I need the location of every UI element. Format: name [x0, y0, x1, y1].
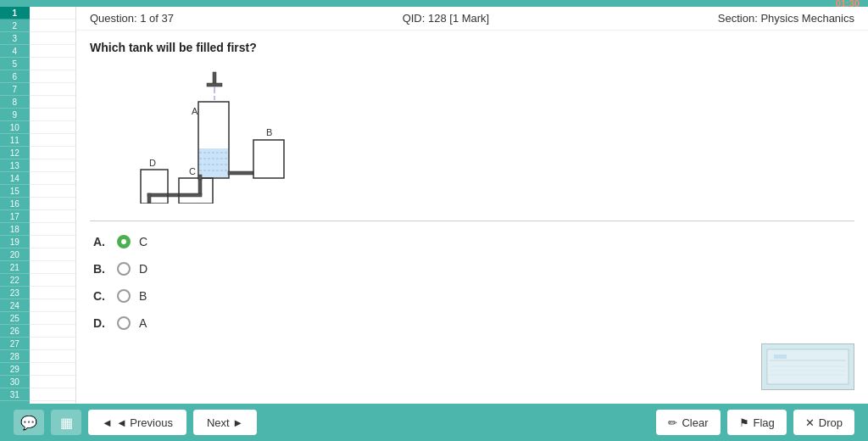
option-text: D [139, 262, 147, 276]
sidebar-row[interactable]: 7 [0, 83, 75, 96]
sidebar-row[interactable]: 8 [0, 96, 75, 109]
sidebar-box [30, 83, 75, 96]
eraser-icon: ✏ [668, 416, 677, 429]
sidebar-row[interactable]: 18 [0, 223, 75, 236]
sidebar-row[interactable]: 25 [0, 312, 75, 325]
sidebar-num[interactable]: 12 [0, 147, 30, 159]
sidebar-row[interactable]: 30 [0, 376, 75, 388]
sidebar-num[interactable]: 18 [0, 223, 30, 236]
svg-rect-19 [179, 178, 213, 204]
option-item[interactable]: A.C [90, 228, 854, 255]
svg-rect-16 [147, 193, 151, 204]
svg-text:A: A [192, 106, 198, 116]
sidebar-num[interactable]: 22 [0, 274, 30, 287]
sidebar-num[interactable]: 24 [0, 299, 30, 312]
sidebar-num[interactable]: 2 [0, 20, 30, 32]
option-text: B [139, 289, 147, 303]
option-item[interactable]: C.B [90, 282, 854, 310]
sidebar-num[interactable]: 9 [0, 109, 30, 121]
sidebar-row[interactable]: 16 [0, 198, 75, 210]
sidebar-box [30, 261, 75, 274]
sidebar-num[interactable]: 20 [0, 248, 30, 261]
option-item[interactable]: D.A [90, 310, 854, 337]
sidebar-num[interactable]: 14 [0, 172, 30, 185]
sidebar-row[interactable]: 17 [0, 210, 75, 223]
sidebar-row[interactable]: 9 [0, 109, 75, 121]
sidebar-num[interactable]: 29 [0, 363, 30, 376]
sidebar-box [30, 236, 75, 248]
sidebar-num[interactable]: 10 [0, 121, 30, 134]
sidebar-num[interactable]: 17 [0, 210, 30, 223]
sidebar-num[interactable]: 19 [0, 236, 30, 248]
sidebar-row[interactable]: 11 [0, 134, 75, 147]
sidebar-num[interactable]: 11 [0, 134, 30, 147]
sidebar-row[interactable]: 14 [0, 172, 75, 185]
sidebar-num[interactable]: 21 [0, 261, 30, 274]
sidebar-box [30, 109, 75, 121]
sidebar-row[interactable]: 19 [0, 236, 75, 248]
flag-button[interactable]: ⚑ Flag [727, 410, 787, 435]
svg-rect-15 [147, 193, 202, 197]
sidebar-num[interactable]: 23 [0, 287, 30, 299]
sidebar-box [30, 185, 75, 198]
sidebar-box [30, 96, 75, 109]
sidebar-num[interactable]: 13 [0, 159, 30, 172]
clear-button[interactable]: ✏ Clear [656, 410, 720, 435]
sidebar-box [30, 159, 75, 172]
option-radio[interactable] [117, 262, 131, 276]
sidebar-num[interactable]: 5 [0, 58, 30, 70]
option-label: C. [93, 289, 110, 303]
sidebar-num[interactable]: 26 [0, 325, 30, 338]
svg-text:D: D [149, 158, 156, 168]
previous-button[interactable]: ◄ ◄ Previous [88, 410, 186, 435]
sidebar-box [30, 172, 75, 185]
sidebar-num[interactable]: 27 [0, 338, 30, 350]
sidebar-num[interactable]: 16 [0, 198, 30, 210]
sidebar-num[interactable]: 4 [0, 45, 30, 58]
option-radio[interactable] [117, 316, 131, 330]
sidebar-row[interactable]: 23 [0, 287, 75, 299]
sidebar-row[interactable]: 24 [0, 299, 75, 312]
sidebar-box [30, 121, 75, 134]
sidebar-row[interactable]: 15 [0, 185, 75, 198]
sidebar-num[interactable]: 25 [0, 312, 30, 325]
sidebar-num[interactable]: 15 [0, 185, 30, 198]
sidebar-num[interactable]: 1 [0, 7, 30, 20]
sidebar-row[interactable]: 31 [0, 388, 75, 401]
sidebar-box [30, 198, 75, 210]
sidebar-row[interactable]: 10 [0, 121, 75, 134]
sidebar-row[interactable]: 5 [0, 58, 75, 70]
option-radio[interactable] [117, 235, 131, 248]
sidebar-num[interactable]: 7 [0, 83, 30, 96]
drop-button[interactable]: ✕ Drop [793, 410, 854, 435]
sidebar-row[interactable]: 3 [0, 32, 75, 45]
sidebar-row[interactable]: 2 [0, 20, 75, 32]
sidebar-row[interactable]: 13 [0, 159, 75, 172]
sidebar-row[interactable]: 21 [0, 261, 75, 274]
sidebar-num[interactable]: 8 [0, 96, 30, 109]
sidebar-row[interactable]: 4 [0, 45, 75, 58]
option-item[interactable]: B.D [90, 255, 854, 282]
sidebar-row[interactable]: 6 [0, 70, 75, 83]
next-button[interactable]: Next ► [193, 410, 257, 435]
sidebar-row[interactable]: 28 [0, 350, 75, 363]
sidebar-row[interactable]: 29 [0, 363, 75, 376]
grid-button[interactable]: ▦ [51, 410, 81, 435]
option-radio[interactable] [117, 289, 131, 303]
sidebar-num[interactable]: 6 [0, 70, 30, 83]
sidebar-row[interactable]: 27 [0, 338, 75, 350]
sidebar-row[interactable]: 26 [0, 325, 75, 338]
chat-button[interactable]: 💬 [14, 410, 44, 435]
sidebar-row[interactable]: 12 [0, 147, 75, 159]
bottom-toolbar: 💬 ▦ ◄ ◄ Previous Next ► ✏ Clear ⚑ Flag ✕… [0, 404, 868, 441]
sidebar-num[interactable]: 3 [0, 32, 30, 45]
sidebar-num[interactable]: 31 [0, 388, 30, 401]
sidebar-row[interactable]: 20 [0, 248, 75, 261]
svg-rect-1 [207, 83, 222, 87]
sidebar-num[interactable]: 28 [0, 350, 30, 363]
sidebar-row[interactable]: 1 [0, 7, 75, 20]
svg-text:B: B [266, 127, 272, 137]
sidebar-box [30, 7, 75, 20]
sidebar-num[interactable]: 30 [0, 376, 30, 388]
sidebar-row[interactable]: 22 [0, 274, 75, 287]
